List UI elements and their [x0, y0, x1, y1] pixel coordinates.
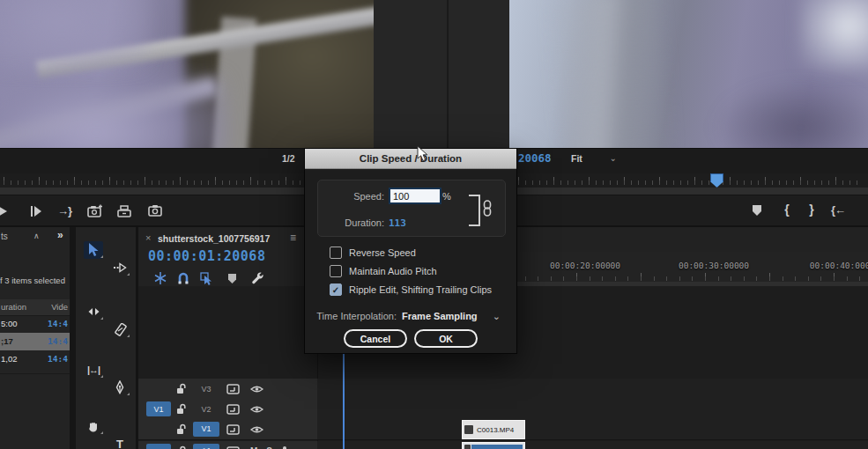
program-monitor-ruler[interactable]	[518, 177, 864, 185]
table-header[interactable]: uration Vide	[0, 299, 70, 316]
clip-speed-duration-dialog: Clip Speed / Duration Speed: % Duration:…	[304, 148, 517, 354]
ripple-edit-tool[interactable]	[84, 303, 103, 320]
sync-lock-icon[interactable]	[226, 446, 240, 449]
dialog-titlebar[interactable]: Clip Speed / Duration	[305, 149, 516, 169]
cell-video: 14:4	[48, 336, 68, 346]
go-to-in-icon[interactable]: {←	[828, 201, 848, 218]
panel-collapse-icon[interactable]: »	[57, 229, 63, 241]
ruler-label: 00:00:30:00000	[679, 261, 749, 270]
eye-icon[interactable]	[250, 384, 263, 394]
project-tab-fragment[interactable]: ts	[1, 232, 8, 241]
lock-icon[interactable]	[176, 445, 186, 449]
reverse-speed-checkbox[interactable]: Reverse Speed	[330, 247, 416, 259]
insert-icon[interactable]	[85, 202, 105, 219]
mic-icon[interactable]	[281, 446, 288, 449]
cell-duration: ;17	[1, 336, 13, 346]
overwrite-icon[interactable]	[115, 202, 135, 219]
time-interpolation-value: Frame Sampling	[402, 311, 478, 321]
add-marker-icon[interactable]	[747, 202, 767, 219]
linked-selection-icon[interactable]	[198, 271, 214, 285]
table-row[interactable]: 1,02 14:4	[0, 350, 70, 368]
pen-tool[interactable]	[110, 379, 130, 396]
link-icon[interactable]	[483, 200, 492, 217]
column-duration[interactable]: uration	[1, 302, 26, 312]
lock-icon[interactable]	[176, 383, 186, 394]
track-lane[interactable]: C0013.MP4	[317, 419, 868, 439]
track-name-selected[interactable]: V1	[193, 422, 219, 437]
export-frame-icon[interactable]	[145, 202, 165, 219]
mouse-cursor	[417, 146, 429, 166]
nest-icon[interactable]	[152, 271, 168, 285]
duration-value[interactable]: 113	[389, 217, 406, 229]
timeline-clip[interactable]: C0013.MP4	[462, 420, 525, 439]
go-to-out-icon[interactable]: →}	[55, 202, 74, 219]
razor-tool[interactable]	[110, 320, 130, 338]
lock-icon[interactable]	[176, 403, 186, 415]
timeline-settings-icon[interactable]	[249, 270, 267, 286]
source-monitor-video[interactable]	[0, 0, 374, 148]
program-zoom-select-value: Fit	[571, 153, 582, 164]
timeline-marker-icon[interactable]	[225, 272, 239, 284]
track-header: V1	[138, 419, 317, 439]
source-patch-empty[interactable]	[146, 381, 171, 396]
program-monitor-video[interactable]	[509, 0, 868, 148]
play-icon[interactable]	[0, 202, 12, 220]
audio-waveform-area	[471, 445, 523, 449]
track-lane[interactable]	[317, 399, 868, 419]
vertical-divider[interactable]	[70, 227, 76, 449]
play-in-to-out-icon[interactable]	[26, 202, 46, 220]
source-patch[interactable]: A1	[146, 444, 171, 449]
eye-icon[interactable]	[250, 424, 263, 435]
track-lane[interactable]	[317, 441, 868, 449]
hand-tool[interactable]	[84, 417, 103, 435]
ok-button[interactable]: OK	[414, 329, 478, 348]
sync-lock-icon[interactable]	[226, 404, 240, 415]
track-name[interactable]: V2	[193, 405, 219, 414]
selection-tool[interactable]	[84, 241, 103, 259]
source-patch[interactable]: V1	[146, 401, 171, 416]
close-icon[interactable]: ×	[145, 232, 151, 243]
sync-lock-icon[interactable]	[226, 384, 240, 394]
tools-panel: |↔| T	[76, 227, 136, 449]
lock-icon[interactable]	[176, 423, 186, 435]
sync-lock-icon[interactable]	[226, 424, 240, 435]
cancel-button[interactable]: Cancel	[344, 329, 407, 348]
project-panel-footer-line	[0, 373, 70, 374]
time-interpolation-select[interactable]: Frame Sampling ⌄	[402, 308, 501, 323]
table-row-selected[interactable]: ;17 14:4	[0, 333, 70, 350]
track-lane[interactable]	[317, 379, 868, 399]
timeline-tab-label[interactable]: shutterstock_1007756917	[158, 233, 270, 244]
panel-menu-icon[interactable]: ≡	[290, 232, 296, 244]
project-panel: ts ∧ » f 3 items selected uration Vide 5…	[0, 227, 70, 449]
checkbox-unchecked	[330, 265, 342, 277]
speed-unit: %	[442, 191, 451, 202]
column-video[interactable]: Vide	[51, 302, 68, 312]
mark-in-icon[interactable]: {	[777, 201, 797, 218]
table-row[interactable]: 5:00 14:4	[0, 315, 70, 333]
duration-label: Duration:	[323, 217, 384, 228]
timeline-playhead-line[interactable]	[343, 350, 345, 449]
track-name-selected[interactable]: A1	[193, 444, 219, 449]
source-zoom-level[interactable]: 1/2	[282, 153, 295, 164]
checkbox-label: Ripple Edit, Shifting Trailing Clips	[349, 284, 492, 295]
cell-duration: 5:00	[1, 319, 18, 328]
snap-icon[interactable]	[175, 271, 191, 285]
panel-gap-divider	[447, 0, 449, 148]
maintain-audio-pitch-checkbox[interactable]: Maintain Audio Pitch	[330, 265, 437, 277]
source-patch-empty[interactable]	[146, 422, 171, 437]
timeline-timecode[interactable]: 00:00:01:20068	[148, 248, 265, 264]
ripple-edit-checkbox[interactable]: ✓ Ripple Edit, Shifting Trailing Clips	[330, 283, 492, 296]
chevron-down-icon: ⌄	[493, 313, 501, 320]
slip-tool[interactable]: |↔|	[84, 361, 103, 379]
timeline-audio-clip[interactable]	[462, 442, 525, 449]
type-tool[interactable]: T	[110, 435, 130, 449]
speed-input[interactable]	[389, 188, 441, 204]
track-name[interactable]: V3	[193, 385, 219, 394]
eye-icon[interactable]	[250, 404, 263, 415]
video-smoke	[0, 70, 229, 148]
track-row-v3: V3	[138, 379, 868, 400]
mark-out-icon[interactable]: }	[802, 201, 821, 218]
program-zoom-select[interactable]: Fit ⌄	[571, 151, 617, 166]
program-playhead-marker[interactable]	[710, 173, 723, 188]
track-select-forward-tool[interactable]	[110, 259, 130, 276]
